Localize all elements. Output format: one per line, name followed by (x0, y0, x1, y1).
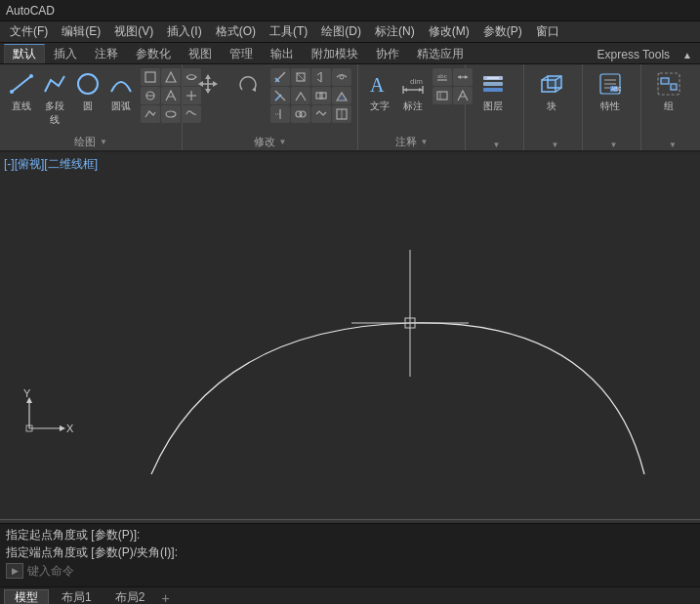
tool-line[interactable]: 直线 (6, 68, 37, 115)
tool-circle[interactable]: 圆 (72, 68, 103, 115)
tool-properties[interactable]: ABC 特性 (589, 68, 632, 115)
svg-rect-48 (483, 88, 503, 92)
tab-layout1[interactable]: 布局1 (51, 589, 103, 605)
annotation-label-row: 注释 ▼ (364, 135, 459, 152)
modify-small-10[interactable] (291, 105, 310, 123)
svg-point-11 (166, 111, 176, 117)
modify-small-1[interactable] (270, 68, 290, 86)
tool-text[interactable]: A 文字 (364, 68, 395, 115)
group-dropdown-icon[interactable]: ▼ (669, 141, 677, 149)
tool-rotate[interactable] (228, 68, 267, 101)
tool-polyline[interactable]: 多段线 (39, 68, 70, 129)
drawing-area: [-][俯视][二维线框] Y X (0, 152, 700, 519)
modify-small-2[interactable] (291, 68, 310, 86)
command-area: 指定起点角度或 [参数(P)]: 指定端点角度或 [参数(P)/夹角(I)]: … (0, 523, 700, 586)
menu-insert[interactable]: 插入(I) (161, 21, 207, 42)
modify-small-3[interactable] (311, 68, 331, 86)
menu-file[interactable]: 文件(F) (4, 21, 54, 42)
svg-point-2 (29, 74, 33, 78)
properties-dropdown-icon[interactable]: ▼ (610, 141, 618, 149)
ribbon-tab-bar: 默认 插入 注释 参数化 视图 管理 输出 附加模块 协作 精选应用 Expre… (0, 43, 700, 64)
properties-label-row: ▼ (589, 141, 635, 152)
annotation-tools-top: A 文字 dim 标注 (364, 68, 459, 135)
modify-small-5[interactable] (270, 87, 290, 104)
drawing-canvas[interactable] (0, 152, 700, 519)
tab-default[interactable]: 默认 (4, 44, 45, 63)
menu-tools[interactable]: 工具(T) (264, 21, 313, 42)
small-tool-8[interactable] (161, 105, 181, 123)
tab-express-tools[interactable]: Express Tools (589, 44, 679, 63)
modify-small-6[interactable] (291, 87, 310, 104)
menu-params[interactable]: 参数(P) (477, 21, 528, 42)
draw-label: 绘图 (74, 135, 96, 149)
tool-dimension[interactable]: dim 标注 (397, 68, 429, 115)
annotation-dropdown-icon[interactable]: ▼ (421, 138, 429, 146)
svg-point-1 (10, 90, 14, 94)
modify-dropdown-icon[interactable]: ▼ (279, 138, 287, 146)
modify-small-8[interactable] (332, 87, 351, 104)
modify-label-row: 修改 ▼ (188, 135, 351, 152)
modify-small-7[interactable] (311, 87, 331, 104)
block-dropdown-icon[interactable]: ▼ (552, 141, 559, 149)
small-tool-1[interactable] (141, 68, 160, 86)
modify-small-12[interactable] (332, 105, 351, 123)
tab-manage[interactable]: 管理 (221, 44, 262, 63)
small-tool-2[interactable] (161, 68, 181, 86)
tab-parametric[interactable]: 参数化 (127, 44, 180, 63)
menu-format[interactable]: 格式(O) (210, 21, 262, 42)
modify-row2 (270, 87, 351, 104)
tab-annotation[interactable]: 注释 (86, 44, 127, 63)
tool-layers[interactable]: 图层 (472, 68, 515, 115)
svg-rect-4 (145, 72, 155, 82)
svg-rect-45 (437, 92, 447, 100)
small-tool-4[interactable] (141, 87, 160, 104)
svg-marker-73 (60, 425, 65, 431)
menu-window[interactable]: 窗口 (530, 21, 565, 42)
tab-output[interactable]: 输出 (262, 44, 303, 63)
anno-small-1[interactable]: abc (432, 68, 452, 86)
menu-view[interactable]: 视图(V) (108, 21, 159, 42)
menu-draw[interactable]: 绘图(D) (315, 21, 367, 42)
tab-add-button[interactable]: + (157, 590, 173, 605)
anno-small-3[interactable] (432, 87, 452, 104)
svg-line-0 (12, 76, 31, 92)
group-tools-top: 组 (647, 68, 694, 141)
command-input[interactable] (27, 564, 694, 578)
tab-model[interactable]: 模型 (4, 589, 49, 605)
tool-group[interactable]: 组 (647, 68, 690, 115)
command-input-row: ▶ (6, 563, 694, 579)
menu-dimension[interactable]: 标注(N) (369, 21, 421, 42)
menu-edit[interactable]: 编辑(E) (56, 21, 106, 42)
tab-arrow-icon[interactable]: ▲ (679, 47, 696, 63)
tool-block[interactable]: 块 (530, 68, 573, 115)
svg-marker-13 (205, 89, 211, 94)
menu-modify[interactable]: 修改(M) (423, 21, 475, 42)
menu-bar: 文件(F) 编辑(E) 视图(V) 插入(I) 格式(O) 工具(T) 绘图(D… (0, 21, 700, 43)
tab-layout2[interactable]: 布局2 (104, 589, 156, 605)
tab-featured[interactable]: 精选应用 (408, 44, 473, 63)
small-tool-5[interactable] (161, 87, 181, 104)
command-icon-box[interactable]: ▶ (6, 563, 23, 579)
tool-properties-label: 特性 (600, 100, 620, 113)
tab-view[interactable]: 视图 (180, 44, 221, 63)
tab-insert[interactable]: 插入 (45, 44, 86, 63)
viewport-label: [-][俯视][二维线框] (4, 156, 98, 173)
draw-dropdown-icon[interactable]: ▼ (100, 138, 107, 146)
tool-move[interactable] (188, 68, 226, 101)
tab-addons[interactable]: 附加模块 (303, 44, 367, 63)
tab-collab[interactable]: 协作 (367, 44, 408, 63)
draw-section-label-row: 绘图 ▼ (6, 135, 176, 152)
svg-rect-64 (661, 78, 669, 84)
tool-arc[interactable]: 圆弧 (105, 68, 137, 115)
layers-dropdown-icon[interactable]: ▼ (493, 141, 501, 149)
modify-small-4[interactable] (332, 68, 351, 86)
group-label-row: ▼ (647, 141, 694, 152)
modify-row3 (270, 105, 351, 123)
modify-small-11[interactable] (311, 105, 331, 123)
modify-small-9[interactable] (270, 105, 290, 123)
block-label-row: ▼ (530, 141, 576, 152)
small-tool-7[interactable] (141, 105, 160, 123)
svg-text:Y: Y (23, 389, 31, 399)
command-line-2: 指定端点角度或 [参数(P)/夹角(I)]: (6, 544, 694, 561)
tool-arc-label: 圆弧 (111, 100, 131, 113)
